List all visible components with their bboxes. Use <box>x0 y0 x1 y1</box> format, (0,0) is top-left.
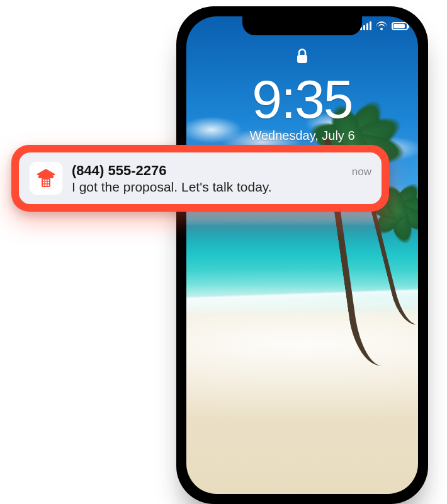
battery-icon <box>392 22 408 30</box>
svg-rect-1 <box>38 175 54 178</box>
svg-rect-5 <box>48 180 49 181</box>
phone-icon <box>33 166 59 191</box>
notification-highlight-frame: (844) 555-2276 now I got the proposal. L… <box>11 145 389 212</box>
status-bar <box>360 21 408 30</box>
svg-rect-10 <box>45 185 47 186</box>
svg-rect-11 <box>48 185 49 186</box>
svg-rect-9 <box>43 185 44 186</box>
notification-card[interactable]: (844) 555-2276 now I got the proposal. L… <box>19 152 382 204</box>
lock-screen-header: 9:35 Wednesday, July 6 <box>186 48 418 143</box>
wifi-icon <box>376 21 387 30</box>
notification-app-icon <box>29 161 63 195</box>
lock-screen-time: 9:35 <box>252 72 352 126</box>
svg-rect-0 <box>297 55 307 63</box>
svg-rect-4 <box>45 180 47 181</box>
canvas: 9:35 Wednesday, July 6 <box>0 0 447 504</box>
phone-device-frame: 9:35 Wednesday, July 6 <box>176 6 428 504</box>
notification-body: (844) 555-2276 now I got the proposal. L… <box>72 163 371 195</box>
lock-screen-date: Wednesday, July 6 <box>249 129 354 143</box>
svg-rect-8 <box>48 182 49 183</box>
phone-screen[interactable]: 9:35 Wednesday, July 6 <box>186 16 418 494</box>
notification-sender: (844) 555-2276 <box>72 163 166 179</box>
lock-icon <box>296 48 308 67</box>
svg-rect-3 <box>43 180 44 181</box>
phone-notch <box>242 16 362 35</box>
svg-rect-7 <box>45 182 47 183</box>
notification-message: I got the proposal. Let's talk today. <box>72 180 371 195</box>
notification-timestamp: now <box>346 166 371 178</box>
svg-rect-6 <box>43 182 44 183</box>
